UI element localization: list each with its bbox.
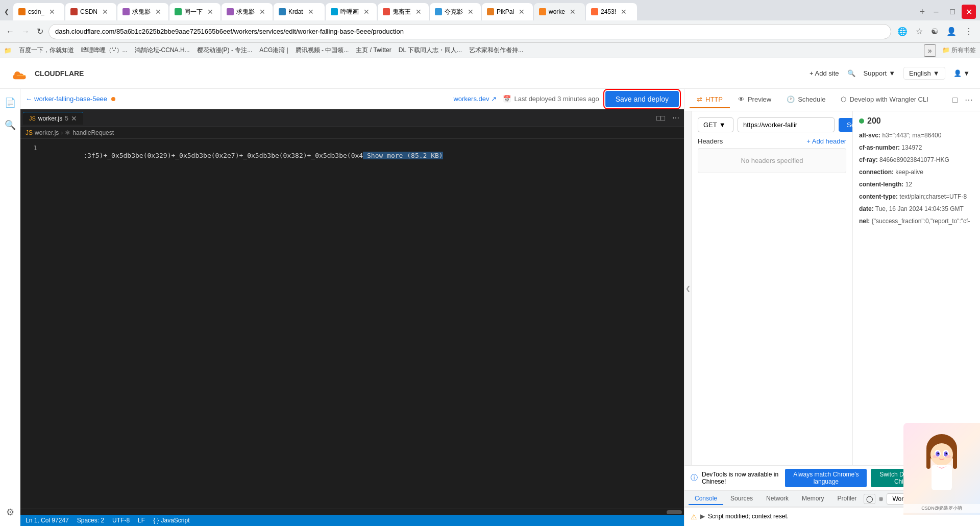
tab-close-icon[interactable]: ✕ xyxy=(207,8,213,16)
worker-back-link[interactable]: ← worker-falling-base-5eee xyxy=(26,95,115,103)
open-editor-icon[interactable]: □ xyxy=(950,93,960,107)
browser-tab-t1[interactable]: csdn_ ✕ xyxy=(13,3,64,20)
devtools-clear-button[interactable]: ⊗ xyxy=(878,495,884,503)
language-button[interactable]: English ▼ xyxy=(903,67,945,80)
warning-icon: ⚠ xyxy=(691,513,697,521)
resp-val: 134972 xyxy=(901,144,922,151)
forward-button[interactable]: → xyxy=(19,25,32,38)
menu-icon[interactable]: ⋮ xyxy=(962,25,976,38)
browser-tab-t6[interactable]: Krdat ✕ xyxy=(274,3,325,20)
browser-tab-t10[interactable]: PikPal ✕ xyxy=(482,3,533,20)
tab-scroll-back[interactable]: ❮ xyxy=(2,7,11,16)
split-editor-button[interactable]: □□ xyxy=(654,113,667,123)
browser-tab-t9[interactable]: 夸克影 ✕ xyxy=(430,3,481,20)
bookmark-item[interactable]: DL 下载同人志・同人... xyxy=(396,45,465,56)
bookmark-item[interactable]: 鸿鹄论坛-CCNA.H... xyxy=(132,45,193,56)
resp-key: content-type: xyxy=(859,193,898,200)
settings-icon-button[interactable]: ⚙ xyxy=(3,504,17,521)
tab-favicon xyxy=(227,8,234,15)
browser-tab-t7[interactable]: 哗哩画 ✕ xyxy=(326,3,377,20)
devtools-tab-memory[interactable]: Memory xyxy=(796,493,830,505)
cloudflare-logo-text: CLOUDFLARE xyxy=(35,69,84,78)
bookmark-item[interactable]: 主页 / Twitter xyxy=(353,45,394,56)
send-button[interactable]: Send xyxy=(839,118,852,132)
more-tab-options-icon[interactable]: ⋯ xyxy=(963,93,975,107)
bookmark-item[interactable]: ACG港湾 | xyxy=(256,45,291,56)
tab-close-icon[interactable]: ✕ xyxy=(363,8,370,16)
bookmark-item[interactable]: 百度一下，你就知道 xyxy=(16,45,77,56)
collapse-sidebar-bar[interactable]: ❮ xyxy=(684,111,692,465)
right-tab-preview[interactable]: 👁Preview xyxy=(731,91,778,108)
translate-icon[interactable]: 🌐 xyxy=(894,25,911,38)
console-expand-icon[interactable]: ▶ xyxy=(700,513,705,520)
bookmark-item[interactable]: 樱花动漫(P) - 专注... xyxy=(194,45,256,56)
tab-bar: ❮ csdn_ ✕ CSDN ✕ 求鬼影 ✕ 同一下 ✕ 求鬼影 ✕ Krdat… xyxy=(0,0,980,20)
editor-tab-workerjs[interactable]: JS worker.js 5 ✕ xyxy=(23,112,83,125)
add-header-button[interactable]: + Add header xyxy=(806,137,846,145)
browser-tab-t12[interactable]: 2453! ✕ xyxy=(586,3,637,20)
no-headers-box: No headers specified xyxy=(698,148,846,173)
workers-dev-link[interactable]: workers.dev ↗ xyxy=(453,95,497,103)
response-header-item: date: Tue, 16 Jan 2024 14:04:35 GMT xyxy=(859,204,974,213)
tab-close-icon[interactable]: ✕ xyxy=(308,8,314,16)
bookmark-item[interactable]: 腾讯视频 - 中国领... xyxy=(292,45,352,56)
tab-close-icon[interactable]: ✕ xyxy=(155,8,161,16)
horizontal-scrollbar[interactable] xyxy=(20,509,684,515)
profile-icon[interactable]: 👤 xyxy=(943,25,960,38)
always-match-language-button[interactable]: Always match Chrome's language xyxy=(785,469,867,487)
status-ln-col-text: Ln 1, Col 97247 xyxy=(26,517,69,524)
right-tab-schedule[interactable]: 🕐Schedule xyxy=(779,91,832,108)
browser-tab-t2[interactable]: CSDN ✕ xyxy=(65,3,116,20)
bookmark-star-icon[interactable]: ☆ xyxy=(913,25,926,38)
url-input[interactable] xyxy=(738,117,835,132)
support-button[interactable]: Support ▼ xyxy=(864,69,895,77)
add-site-button[interactable]: + Add site xyxy=(810,69,839,77)
status-language[interactable]: { } JavaScript xyxy=(153,517,189,524)
tab-close-icon[interactable]: ✕ xyxy=(71,114,77,123)
tab-close-icon[interactable]: ✕ xyxy=(519,8,525,16)
method-select[interactable]: GET ▼ xyxy=(698,117,733,132)
address-actions: 🌐 ☆ ☯ 👤 ⋮ xyxy=(894,25,976,38)
browser-tab-t4[interactable]: 同一下 ✕ xyxy=(169,3,220,20)
files-icon-button[interactable]: 📄 xyxy=(2,94,19,111)
code-content[interactable]: :3f5)+_0x5db3be(0x329)+_0x5db3be(0x2e7)+… xyxy=(43,144,684,504)
search-icon-button[interactable]: 🔍 xyxy=(2,116,19,134)
back-button[interactable]: ← xyxy=(4,25,16,38)
save-deploy-button[interactable]: Save and deploy xyxy=(605,91,679,107)
user-menu-button[interactable]: 👤 ▼ xyxy=(953,69,970,77)
tab-close-icon[interactable]: ✕ xyxy=(102,8,108,16)
devtools-tab-console[interactable]: Console xyxy=(689,493,723,505)
browser-tab-t11[interactable]: worke ✕ xyxy=(534,3,585,20)
tab-close-icon[interactable]: ✕ xyxy=(415,8,422,16)
bookmarks-all-label[interactable]: 📁 所有书签 xyxy=(942,46,976,55)
tab-close-icon[interactable]: ✕ xyxy=(570,8,576,16)
devtools-tab-network[interactable]: Network xyxy=(760,493,795,505)
minimize-button[interactable]: – xyxy=(929,5,943,19)
tab-close-icon[interactable]: ✕ xyxy=(621,8,627,16)
bookmark-item[interactable]: 哗哩哗哩（'-'）... xyxy=(78,45,131,56)
tab-close-icon[interactable]: ✕ xyxy=(468,8,474,16)
tab-close-icon[interactable]: ✕ xyxy=(49,8,55,16)
address-input[interactable] xyxy=(48,24,891,39)
reload-button[interactable]: ↻ xyxy=(35,25,45,38)
extensions-icon[interactable]: ☯ xyxy=(928,25,941,38)
maximize-button[interactable]: □ xyxy=(945,5,960,19)
browser-tab-t5[interactable]: 求鬼影 ✕ xyxy=(222,3,273,20)
search-button[interactable]: 🔍 xyxy=(847,69,855,77)
bookmarks-more-button[interactable]: » xyxy=(924,44,936,57)
browser-tab-t8[interactable]: 鬼畜王 ✕ xyxy=(378,3,429,20)
browser-tab-t3[interactable]: 求鬼影 ✕ xyxy=(117,3,168,20)
tab-close-icon[interactable]: ✕ xyxy=(259,8,265,16)
close-button[interactable]: ✕ xyxy=(962,5,976,19)
right-tab-http[interactable]: ⇄HTTP xyxy=(690,91,730,108)
scrollbar-thumb[interactable] xyxy=(667,510,682,514)
devtools-tab-profiler[interactable]: Profiler xyxy=(831,493,863,505)
code-editor-body[interactable]: 1 :3f5)+_0x5db3be(0x329)+_0x5db3be(0x2e7… xyxy=(20,139,684,509)
more-actions-button[interactable]: ⋯ xyxy=(670,113,681,123)
code-highlight: Show more (85.2 KB) xyxy=(363,152,443,159)
bookmark-item[interactable]: 艺术家和创作者持... xyxy=(466,45,526,56)
new-tab-button[interactable]: + xyxy=(915,5,929,19)
devtools-record-button[interactable]: ◯ xyxy=(864,494,875,504)
right-tab-wrangler[interactable]: ⬡Develop with Wrangler CLI xyxy=(834,91,935,108)
devtools-tab-sources[interactable]: Sources xyxy=(724,493,759,505)
